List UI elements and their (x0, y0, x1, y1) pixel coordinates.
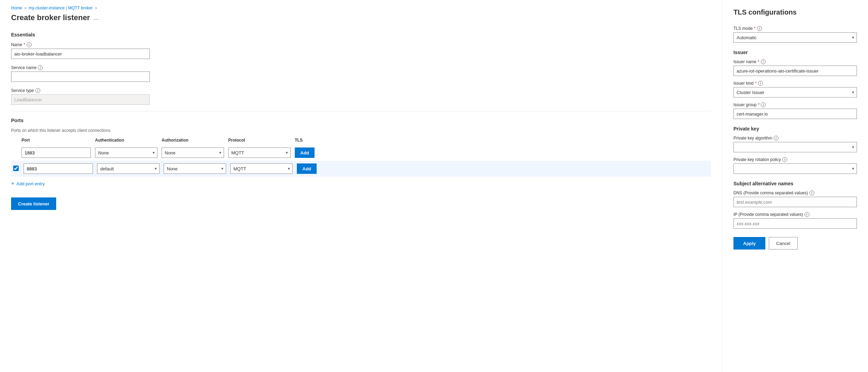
service-name-info-icon[interactable]: i (38, 65, 43, 70)
breadcrumb-cluster[interactable]: my-cluster-instance | MQTT broker (28, 6, 93, 10)
ports-section: Ports Ports on which this listener accep… (11, 118, 711, 186)
authz-2-cell: None (164, 163, 226, 174)
tls-col-header: TLS (295, 138, 323, 143)
auth-1-cell: None default (95, 147, 157, 158)
private-key-algorithm-field: Private key algorithm i RSA EC (733, 136, 857, 152)
proto-2-select[interactable]: MQTT (230, 163, 293, 174)
left-panel: Home > my-cluster-instance | MQTT broker… (0, 0, 722, 372)
issuer-section-title: Issuer (733, 50, 857, 55)
private-key-rotation-field: Private key rotation policy i Always Nev… (733, 157, 857, 174)
name-field-group: Name * i (11, 42, 711, 59)
authz-col-header: Authorization (162, 138, 224, 143)
issuer-kind-label: Issuer kind * i (733, 81, 857, 86)
rp-actions: Apply Cancel (733, 237, 857, 250)
private-key-algorithm-select-wrapper: RSA EC (733, 142, 857, 152)
private-key-algorithm-info-icon[interactable]: i (774, 136, 779, 141)
tls-2-add-button[interactable]: Add (297, 163, 317, 174)
dns-info-icon[interactable]: i (809, 191, 814, 195)
name-label: Name * i (11, 42, 711, 47)
proto-2-select-wrapper: MQTT (230, 163, 293, 174)
authz-2-select-wrapper: None (164, 163, 226, 174)
service-type-input (11, 94, 150, 105)
tls-mode-select[interactable]: Automatic Manual Disabled (733, 32, 857, 43)
ip-field: IP (Provide comma separated values) i (733, 212, 857, 229)
table-row: None default None MQTT (11, 145, 711, 161)
add-port-label: Add port entry (16, 181, 45, 186)
port-col-header: Port (22, 138, 91, 143)
issuer-kind-select-wrapper: Cluster Issuer Issuer (733, 87, 857, 98)
tls-1-cell: Add (295, 147, 315, 158)
auth-2-cell: None default (97, 163, 160, 174)
page-title: Create broker listener (11, 13, 90, 22)
tls-panel-title: TLS configurations (733, 8, 857, 16)
dns-label: DNS (Provide comma separated values) i (733, 191, 857, 195)
proto-2-cell: MQTT (230, 163, 293, 174)
proto-1-select[interactable]: MQTT (228, 147, 291, 158)
name-input[interactable] (11, 49, 150, 59)
breadcrumb-home[interactable]: Home (11, 6, 22, 10)
tls-1-add-button[interactable]: Add (295, 147, 315, 158)
dns-input[interactable] (733, 197, 857, 207)
issuer-name-label: Issuer name * i (733, 59, 857, 64)
service-type-info-icon[interactable]: i (35, 88, 40, 93)
ip-input[interactable] (733, 218, 857, 229)
issuer-name-input[interactable] (733, 66, 857, 76)
private-key-rotation-label: Private key rotation policy i (733, 157, 857, 162)
authz-2-select[interactable]: None (164, 163, 226, 174)
service-name-label: Service name i (11, 65, 711, 70)
port-2-input[interactable] (24, 163, 93, 174)
checkbox-2-cell[interactable] (13, 166, 19, 172)
plus-icon: + (11, 181, 14, 186)
issuer-group-label: Issuer group * i (733, 102, 857, 107)
proto-col-header: Protocol (228, 138, 291, 143)
dns-field: DNS (Provide comma separated values) i (733, 191, 857, 207)
issuer-group-input[interactable] (733, 109, 857, 119)
create-listener-button[interactable]: Create listener (11, 197, 56, 210)
issuer-group-info-icon[interactable]: i (761, 102, 766, 107)
issuer-kind-info-icon[interactable]: i (758, 81, 763, 86)
private-key-algorithm-label: Private key algorithm i (733, 136, 857, 141)
issuer-name-field: Issuer name * i (733, 59, 857, 76)
authz-1-select[interactable]: None (162, 147, 224, 158)
ip-label: IP (Provide comma separated values) i (733, 212, 857, 217)
private-key-section-title: Private key (733, 126, 857, 132)
breadcrumb: Home > my-cluster-instance | MQTT broker… (11, 6, 711, 10)
san-section-title: Subject alternative names (733, 181, 857, 186)
ip-info-icon[interactable]: i (805, 212, 809, 217)
add-port-link[interactable]: + Add port entry (11, 181, 45, 186)
port-2-checkbox[interactable] (13, 166, 19, 171)
port-1-input[interactable] (22, 147, 91, 158)
essentials-section: Essentials Name * i Service name i Servi… (11, 32, 711, 105)
page-title-row: Create broker listener ... (11, 13, 711, 22)
private-key-rotation-info-icon[interactable]: i (782, 157, 787, 162)
service-type-field-group: Service type i (11, 88, 711, 105)
tls-mode-info-icon[interactable]: i (757, 26, 762, 31)
port-1-cell (22, 147, 91, 158)
auth-2-select-wrapper: None default (97, 163, 160, 174)
service-name-input[interactable] (11, 71, 150, 82)
proto-1-select-wrapper: MQTT (228, 147, 291, 158)
more-options-icon[interactable]: ... (93, 14, 98, 22)
port-2-cell (24, 163, 93, 174)
tls-2-cell: Add (297, 163, 317, 174)
issuer-name-info-icon[interactable]: i (761, 59, 766, 64)
auth-1-select[interactable]: None default (95, 147, 157, 158)
auth-col-header: Authentication (95, 138, 157, 143)
private-key-rotation-select-wrapper: Always Never (733, 163, 857, 174)
issuer-kind-field: Issuer kind * i Cluster Issuer Issuer (733, 81, 857, 98)
tls-mode-select-wrapper: Automatic Manual Disabled (733, 32, 857, 43)
issuer-kind-select[interactable]: Cluster Issuer Issuer (733, 87, 857, 98)
private-key-algorithm-select[interactable]: RSA EC (733, 142, 857, 152)
essentials-title: Essentials (11, 32, 711, 37)
private-key-rotation-select[interactable]: Always Never (733, 163, 857, 174)
auth-1-select-wrapper: None default (95, 147, 157, 158)
issuer-group-field: Issuer group * i (733, 102, 857, 119)
service-name-field-group: Service name i (11, 65, 711, 82)
cancel-button[interactable]: Cancel (769, 237, 797, 250)
table-row: None default None MQTT (11, 161, 711, 177)
apply-button[interactable]: Apply (733, 237, 765, 250)
name-info-icon[interactable]: i (27, 42, 32, 47)
tls-mode-label: TLS mode * i (733, 26, 857, 31)
service-type-label: Service type i (11, 88, 711, 93)
auth-2-select[interactable]: None default (97, 163, 160, 174)
